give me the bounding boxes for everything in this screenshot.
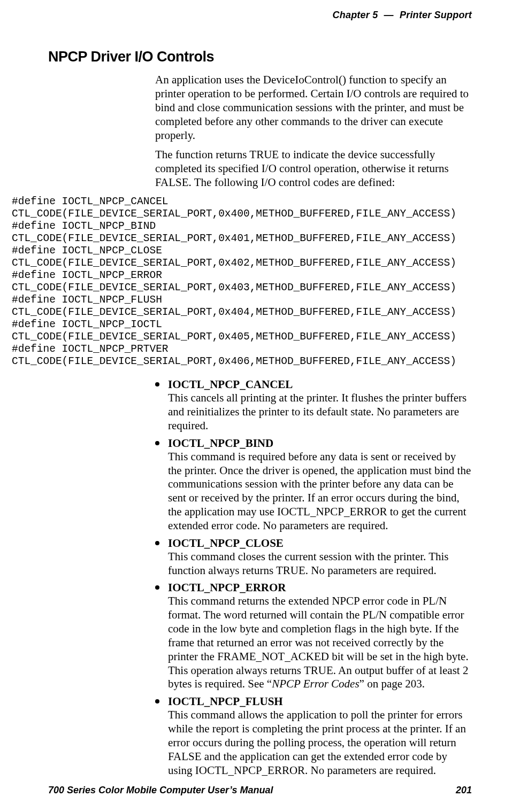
bullet-body-em: NPCP Error Codes bbox=[272, 677, 359, 690]
intro-paragraph-1: An application uses the DeviceIoControl(… bbox=[155, 73, 472, 142]
header-chapter-number: 5 bbox=[372, 10, 378, 20]
footer-page-number: 201 bbox=[456, 785, 472, 796]
bullet-body: This command closes the current session … bbox=[168, 550, 472, 578]
bullet-body-post: ” on page 203. bbox=[360, 677, 425, 690]
header-dash: — bbox=[381, 10, 397, 20]
page: Chapter 5 — Printer Support NPCP Driver … bbox=[0, 0, 520, 777]
section-title: NPCP Driver I/O Controls bbox=[48, 49, 472, 65]
bullet-body: This command returns the extended NPCP e… bbox=[168, 594, 472, 691]
running-header: Chapter 5 — Printer Support bbox=[48, 10, 472, 21]
bullet-head: IOCTL_NPCP_CANCEL bbox=[168, 378, 293, 391]
list-item: IOCTL_NPCP_CANCEL This cancels all print… bbox=[155, 377, 472, 433]
bullet-head: IOCTL_NPCP_FLUSH bbox=[168, 695, 283, 708]
list-item: IOCTL_NPCP_ERROR This command returns th… bbox=[155, 581, 472, 691]
bullet-head: IOCTL_NPCP_BIND bbox=[168, 437, 273, 450]
header-section: Printer Support bbox=[400, 10, 472, 20]
list-item: IOCTL_NPCP_CLOSE This command closes the… bbox=[155, 536, 472, 578]
bullet-body-pre: This command returns the extended NPCP e… bbox=[168, 594, 469, 690]
code-block: #define IOCTL_NPCP_CANCEL CTL_CODE(FILE_… bbox=[12, 196, 472, 368]
intro-paragraph-2: The function returns TRUE to indicate th… bbox=[155, 148, 472, 189]
footer-manual-title: 700 Series Color Mobile Computer User’s … bbox=[48, 785, 273, 795]
bullet-head: IOCTL_NPCP_ERROR bbox=[168, 581, 286, 594]
bullet-body: This command allows the application to p… bbox=[168, 708, 472, 777]
bullet-body: This command is required before any data… bbox=[168, 450, 472, 533]
list-item: IOCTL_NPCP_FLUSH This command allows the… bbox=[155, 694, 472, 777]
bullet-list-wrap: IOCTL_NPCP_CANCEL This cancels all print… bbox=[155, 377, 472, 777]
list-item: IOCTL_NPCP_BIND This command is required… bbox=[155, 436, 472, 533]
bullet-head: IOCTL_NPCP_CLOSE bbox=[168, 537, 284, 550]
body-column: An application uses the DeviceIoControl(… bbox=[155, 73, 472, 189]
bullet-list: IOCTL_NPCP_CANCEL This cancels all print… bbox=[155, 377, 472, 777]
bullet-body: This cancels all printing at the printer… bbox=[168, 391, 472, 432]
page-footer: 700 Series Color Mobile Computer User’s … bbox=[48, 785, 472, 796]
header-chapter-label: Chapter bbox=[333, 10, 370, 20]
